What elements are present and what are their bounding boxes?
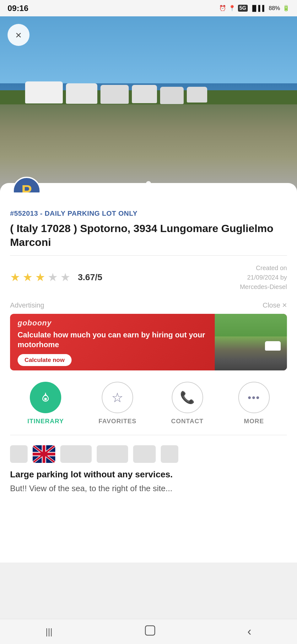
rating-row: ★ ★ ★ ★ ★ 3.67/5 Created on 21/09/2024 b… (10, 261, 287, 297)
nav-back-icon: ‹ (247, 625, 251, 638)
more-label: MORE (244, 418, 264, 425)
nav-menu-icon: ||| (46, 627, 52, 637)
dots-icon: ••• (248, 392, 260, 403)
battery-icon: 🔋 (283, 5, 289, 12)
flag-placeholder-1 (10, 445, 28, 463)
flags-row (10, 440, 287, 465)
star-4: ★ (48, 271, 58, 284)
motorhome-1 (25, 81, 63, 103)
favorites-circle: ☆ (102, 382, 133, 413)
flag-placeholder-4 (133, 445, 156, 463)
location-icon: 📍 (229, 5, 235, 12)
listing-title: ( Italy 17028 ) Spotorno, 3934 Lungomare… (10, 221, 287, 249)
alarm-icon: ⏰ (219, 5, 226, 12)
5g-icon: 5G (238, 5, 248, 12)
nav-menu-button[interactable]: ||| (33, 624, 65, 640)
more-button[interactable]: ••• MORE (238, 382, 270, 425)
advertising-bar: Advertising Close × (10, 297, 287, 311)
ad-content: goboony Calculate how much you can earn … (10, 314, 215, 370)
status-bar: 09:16 ⏰ 📍 5G ▐▌▌▌ 88% 🔋 (0, 0, 297, 16)
route-icon (38, 390, 53, 405)
flag-placeholder-3 (97, 445, 128, 463)
itinerary-circle (30, 382, 61, 413)
ad-vehicle (265, 341, 281, 351)
hero-image: × P (0, 16, 297, 192)
close-ad-button[interactable]: Close × (263, 300, 287, 310)
ad-banner[interactable]: goboony Calculate how much you can earn … (10, 314, 287, 370)
svg-rect-11 (145, 626, 155, 635)
star-1: ★ (10, 271, 20, 284)
star-3: ★ (35, 271, 45, 284)
close-icon: × (15, 29, 22, 41)
phone-icon: 📞 (180, 391, 195, 404)
contact-circle: 📞 (172, 382, 203, 413)
motorhome-2 (66, 83, 97, 104)
motorhome-5 (160, 87, 184, 104)
signal-icon: ▐▌▌▌ (250, 5, 266, 12)
stars-group: ★ ★ ★ ★ ★ 3.67/5 (10, 271, 102, 284)
motorhome-6 (187, 87, 207, 103)
parking-icon-wrapper: P (13, 177, 41, 192)
rating-score: 3.67/5 (78, 272, 102, 282)
motorhome-3 (100, 85, 129, 104)
flag-placeholder-2 (60, 445, 92, 463)
bottom-navigation: ||| ‹ (0, 619, 297, 644)
nav-home-button[interactable] (131, 621, 169, 642)
contact-button[interactable]: 📞 CONTACT (171, 382, 203, 425)
divider-2 (10, 435, 287, 435)
star-5: ★ (60, 271, 70, 284)
hero-ground (0, 104, 297, 192)
status-time: 09:16 (8, 3, 29, 13)
favorites-label: FAVORITES (99, 418, 137, 425)
star-icon: ☆ (111, 390, 123, 405)
flag-uk (33, 445, 55, 463)
ad-headline: Calculate how much you can earn by hirin… (18, 330, 207, 349)
nav-back-button[interactable]: ‹ (235, 622, 264, 641)
parking-icon: P (13, 177, 41, 192)
rating-meta: Created on 21/09/2024 by Mercedes-Diesel (240, 263, 287, 291)
more-circle: ••• (238, 382, 270, 413)
battery-label: 88% (269, 5, 280, 12)
description-main: Large parking lot without any services. (10, 465, 287, 482)
itinerary-button[interactable]: ITINERARY (27, 382, 64, 425)
action-buttons: ITINERARY ☆ FAVORITES 📞 CONTACT ••• MORE (10, 373, 287, 430)
svg-rect-1 (44, 398, 47, 400)
description-sub: But!! View of the sea, to the right of t… (10, 482, 287, 500)
listing-id: #552013 - DAILY PARKING LOT ONLY (10, 209, 287, 218)
ad-image (215, 314, 287, 370)
contact-label: CONTACT (171, 418, 203, 425)
advertising-label: Advertising (10, 301, 44, 309)
svg-marker-0 (44, 393, 47, 396)
ad-cta-button[interactable]: Calculate now (18, 354, 72, 366)
detail-card: #552013 - DAILY PARKING LOT ONLY ( Italy… (0, 183, 297, 563)
ad-brand: goboony (18, 319, 207, 327)
close-button[interactable]: × (8, 24, 30, 46)
divider-1 (10, 255, 287, 256)
status-icons: ⏰ 📍 5G ▐▌▌▌ 88% 🔋 (219, 5, 289, 12)
star-2: ★ (23, 271, 33, 284)
itinerary-label: ITINERARY (27, 418, 64, 425)
motorhome-4 (132, 85, 157, 103)
favorites-button[interactable]: ☆ FAVORITES (99, 382, 137, 425)
nav-home-icon (144, 624, 156, 639)
close-ad-icon: × (282, 300, 287, 310)
flag-placeholder-5 (161, 445, 178, 463)
